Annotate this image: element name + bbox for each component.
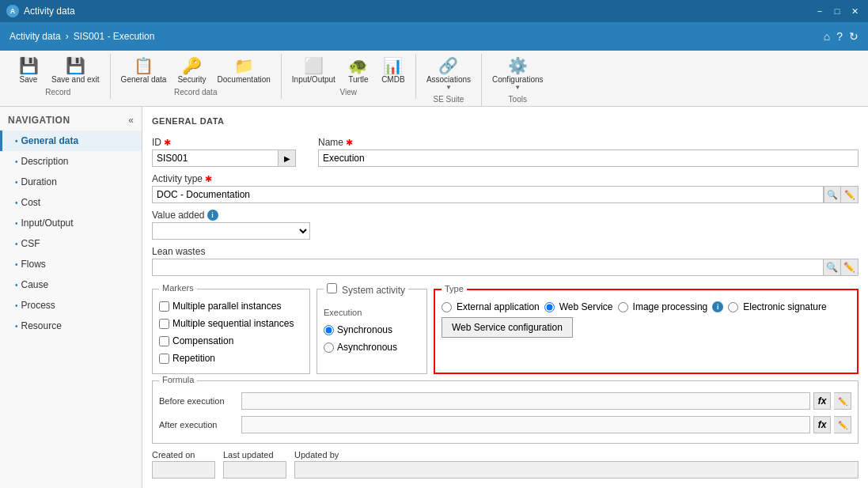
last-updated-label: Last updated [223, 450, 286, 460]
panels-row: Markers Multiple parallel instances Mult… [152, 289, 859, 374]
repetition-checkbox[interactable] [159, 354, 169, 364]
sidebar-collapse-button[interactable]: « [128, 115, 134, 126]
sidebar-item-input-output[interactable]: Input/Output [0, 213, 142, 233]
sidebar-item-general-data[interactable]: General data [0, 131, 142, 151]
synchronous-label: Synchronous [337, 324, 392, 335]
configurations-arrow: ▼ [514, 84, 521, 91]
web-service-config-button[interactable]: Web Service configuration [442, 317, 573, 338]
created-on-label: Created on [152, 450, 215, 460]
toolbar-group-record-data-label: Record data [174, 88, 217, 99]
app-icon: A [6, 5, 19, 17]
before-execution-fx-button[interactable]: fx [813, 392, 831, 410]
type-radios: External application Web Service Image p… [442, 301, 851, 312]
last-updated-input [223, 461, 286, 479]
breadcrumb-refresh-button[interactable]: ↻ [849, 30, 859, 43]
synchronous-radio[interactable] [324, 325, 334, 335]
lean-wastes-input[interactable] [152, 259, 824, 276]
lean-wastes-edit-button[interactable]: ✏️ [841, 259, 859, 276]
save-button[interactable]: 💾 Save [13, 54, 44, 86]
id-input[interactable] [152, 149, 279, 167]
updated-by-field: Updated by [294, 450, 859, 479]
sidebar-item-cause[interactable]: Cause [0, 274, 142, 295]
toolbar: 💾 Save 💾 Save and exit Record 📋 General … [0, 51, 868, 107]
asynchronous-label: Asynchronous [337, 342, 397, 353]
footer-row: Created on Last updated Updated by [152, 450, 859, 479]
breadcrumb-home-button[interactable]: ⌂ [824, 30, 830, 43]
maximize-button[interactable]: □ [830, 4, 844, 18]
value-added-label: Value added i [152, 210, 310, 221]
id-group: ID ✱ ▶ [152, 137, 310, 167]
before-execution-input[interactable] [241, 392, 810, 410]
markers-panel-title: Markers [159, 283, 197, 293]
activity-type-input[interactable] [152, 186, 824, 203]
breadcrumb: Activity data › SIS001 - Execution [9, 31, 154, 42]
type-info-icon: i [712, 301, 723, 312]
multiple-parallel-checkbox[interactable] [159, 301, 169, 312]
lean-wastes-label: Lean wastes [152, 246, 859, 257]
toolbar-groups: 💾 Save 💾 Save and exit Record 📋 General … [6, 54, 862, 106]
external-application-radio[interactable] [442, 302, 452, 312]
after-execution-input[interactable] [241, 416, 810, 433]
updated-by-input [294, 461, 859, 479]
breadcrumb-separator: › [66, 31, 69, 42]
name-input[interactable] [318, 149, 859, 167]
formula-panel-title: Formula [159, 375, 197, 384]
breadcrumb-root[interactable]: Activity data [9, 31, 61, 42]
type-panel: Type External application Web Service Im… [434, 289, 859, 374]
configurations-button[interactable]: ⚙️ Configurations ▼ [488, 54, 547, 93]
type-panel-title: Type [442, 284, 467, 293]
sidebar-item-cost[interactable]: Cost [0, 192, 142, 213]
electronic-signature-radio[interactable] [728, 302, 738, 312]
toolbar-group-tools-label: Tools [509, 95, 527, 106]
system-activity-checkbox[interactable] [327, 283, 337, 293]
web-service-radio[interactable] [544, 302, 555, 312]
id-required: ✱ [164, 138, 171, 148]
image-processing-radio[interactable] [618, 302, 628, 312]
documentation-button[interactable]: 📁 Documentation [214, 54, 275, 86]
name-group: Name ✱ [318, 137, 859, 167]
titlebar-left: A Activity data [6, 5, 75, 17]
formula-section: Formula Before execution fx ✏️ After exe… [152, 380, 859, 444]
before-execution-edit-button[interactable]: ✏️ [834, 392, 851, 410]
titlebar: A Activity data − □ ✕ [0, 0, 868, 22]
lean-wastes-search-button[interactable]: 🔍 [824, 259, 841, 276]
breadcrumb-help-button[interactable]: ? [836, 30, 843, 43]
close-button[interactable]: ✕ [847, 4, 862, 18]
sidebar-item-csf[interactable]: CSF [0, 233, 142, 254]
breadcrumb-actions: ⌂ ? ↻ [824, 30, 859, 43]
save-exit-button[interactable]: 💾 Save and exit [47, 54, 104, 86]
after-execution-fx-button[interactable]: fx [813, 416, 831, 433]
turtle-button[interactable]: 🐢 Turtle [343, 54, 374, 86]
general-data-button[interactable]: 📋 General data [117, 54, 171, 86]
cmdb-button[interactable]: 📊 CMDB [377, 54, 409, 86]
compensation-checkbox[interactable] [159, 336, 169, 346]
repetition-checkbox-row: Repetition [159, 353, 303, 364]
repetition-label: Repetition [172, 353, 215, 364]
updated-by-label: Updated by [294, 450, 859, 460]
security-button[interactable]: 🔑 Security [173, 54, 210, 86]
multiple-sequential-checkbox[interactable] [159, 319, 169, 329]
sidebar-item-flows[interactable]: Flows [0, 254, 142, 274]
electronic-signature-label: Electronic signature [743, 301, 826, 312]
content-area: GENERAL DATA ID ✱ ▶ Name ✱ [142, 107, 868, 488]
input-output-button[interactable]: ⬜ Input/Output [288, 54, 339, 86]
synchronous-radio-row: Synchronous [324, 324, 420, 335]
multiple-sequential-label: Multiple sequential instances [172, 318, 294, 329]
sidebar-item-process[interactable]: Process [0, 295, 142, 316]
sidebar-item-duration[interactable]: Duration [0, 172, 142, 192]
asynchronous-radio-row: Asynchronous [324, 342, 420, 353]
minimize-button[interactable]: − [813, 4, 827, 18]
associations-button[interactable]: 🔗 Associations ▼ [423, 54, 475, 93]
general-data-icon: 📋 [134, 56, 154, 75]
activity-type-edit-button[interactable]: ✏️ [841, 186, 859, 203]
sidebar: Navigation « General data Description Du… [0, 107, 142, 488]
sidebar-item-resource[interactable]: Resource [0, 316, 142, 336]
value-added-select[interactable] [152, 222, 310, 240]
sidebar-item-description[interactable]: Description [0, 151, 142, 172]
after-execution-edit-button[interactable]: ✏️ [834, 416, 851, 433]
id-browse-button[interactable]: ▶ [279, 149, 296, 167]
toolbar-group-view-items: ⬜ Input/Output 🐢 Turtle 📊 CMDB [288, 54, 409, 86]
multiple-parallel-label: Multiple parallel instances [172, 301, 281, 312]
asynchronous-radio[interactable] [324, 342, 334, 353]
activity-type-search-button[interactable]: 🔍 [824, 186, 841, 203]
